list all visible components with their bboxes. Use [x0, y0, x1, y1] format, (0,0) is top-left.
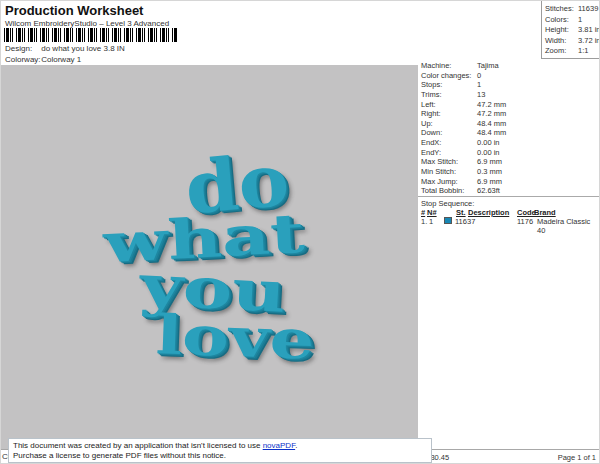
production-worksheet-page: { "header": { "title": "Production Works…: [0, 0, 600, 464]
ss-row-needle: 1: [429, 217, 433, 226]
left-row: Left:47.2 mm: [421, 100, 599, 110]
ss-header-stitch: St.: [456, 208, 466, 217]
ss-row-stitch: 11637: [455, 217, 475, 226]
stat-width: Width:3.72 in: [545, 36, 600, 47]
right-row: Right:47.2 mm: [421, 109, 599, 119]
design-preview-canvas: do what you love: [1, 65, 418, 449]
design-stats-box: Stitches:11639 Colors:1 Height:3.81 in W…: [541, 1, 600, 59]
color-changes-row: Color changes:0: [421, 71, 599, 81]
colorway-label: Colorway:: [5, 55, 39, 64]
ss-header-brand: Brand: [534, 208, 556, 217]
max-jump-row: Max Jump:6.9 mm: [421, 177, 599, 187]
app-version-subtitle: Wilcom EmbroideryStudio – Level 3 Advanc…: [5, 19, 169, 28]
design-barcode: [4, 28, 177, 42]
max-stitch-row: Max Stitch:6.9 mm: [421, 157, 599, 167]
ss-row-code: 1176: [517, 217, 533, 226]
stop-sequence-divider: [418, 196, 600, 197]
design-label: Design:: [5, 44, 39, 53]
stat-stitches: Stitches:11639: [545, 4, 600, 15]
design-row: Design: do what you love 3.8 IN: [5, 44, 125, 53]
notice-line2: Purchase a license to generate PDF files…: [13, 451, 226, 460]
stat-colors: Colors:1: [545, 15, 600, 26]
colorway-row: Colorway: Colorway 1: [5, 55, 81, 64]
up-row: Up:48.4 mm: [421, 119, 599, 129]
machine-info-panel: Machine:Tajima Color changes:0 Stops:1 T…: [421, 61, 599, 196]
novapdf-link[interactable]: novaPDF: [263, 441, 295, 450]
ss-row-num: 1.: [421, 217, 427, 226]
design-value: do what you love 3.8 IN: [41, 44, 125, 53]
stops-row: Stops:1: [421, 80, 599, 90]
page-title: Production Worksheet: [5, 3, 143, 18]
ss-row-brand: Madeira Classic 40: [537, 217, 599, 235]
novapdf-notice-box: This document was created by an applicat…: [8, 438, 432, 463]
ss-header-needle: N#: [427, 208, 437, 217]
ss-header-num: #: [421, 208, 425, 217]
machine-row: Machine:Tajima: [421, 61, 599, 71]
endx-row: EndX:0.00 in: [421, 138, 599, 148]
endy-row: EndY:0.00 in: [421, 148, 599, 158]
stat-zoom: Zoom:1:1: [545, 46, 600, 57]
min-stitch-row: Min Stitch:0.3 mm: [421, 167, 599, 177]
trims-row: Trims:13: [421, 90, 599, 100]
page-number: Page 1 of 1: [558, 453, 596, 462]
total-bobbin-row: Total Bobbin:62.63ft: [421, 186, 599, 196]
embroidery-word-love: love: [155, 307, 316, 367]
ss-header-description: Description: [468, 208, 509, 217]
stat-height: Height:3.81 in: [545, 25, 600, 36]
down-row: Down:48.4 mm: [421, 128, 599, 138]
stop-sequence-title: Stop Sequence:: [421, 199, 474, 208]
thread-color-swatch: [444, 217, 452, 224]
notice-line1: This document was created by an applicat…: [13, 441, 297, 450]
colorway-value: Colorway 1: [41, 55, 81, 64]
ss-header-code: Code: [517, 208, 536, 217]
